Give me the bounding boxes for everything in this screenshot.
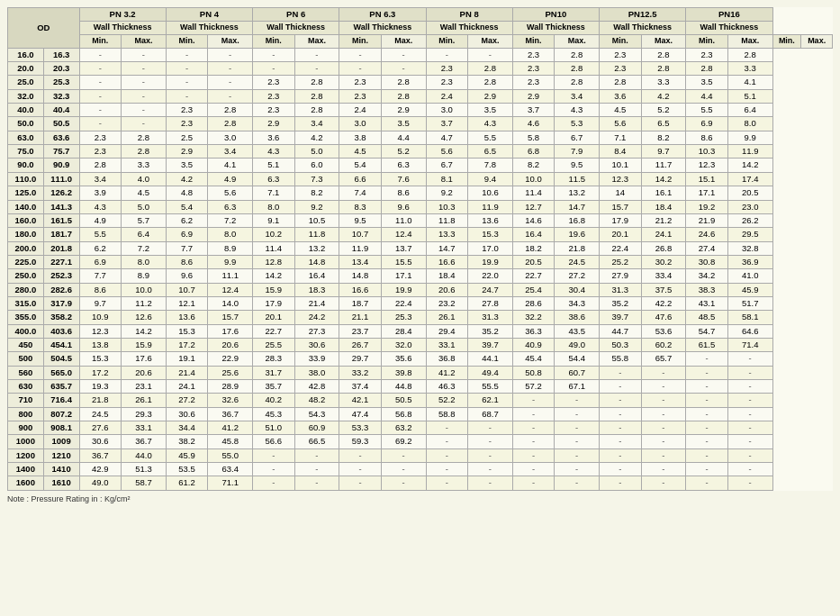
- cell-pn6-min: 35.7: [253, 379, 295, 393]
- cell-pn4-max: 28.9: [208, 379, 253, 393]
- cell-pn125-min: 12.3: [600, 172, 642, 186]
- cell-pn6-min: 40.2: [253, 394, 295, 407]
- cell-pn125-min: 3.6: [600, 89, 642, 103]
- cell-pn125-max: 21.2: [641, 213, 686, 227]
- od-max-val: 40.4: [43, 104, 79, 117]
- cell-pn10-min: 16.4: [512, 228, 555, 241]
- cell-pn10-min: -: [512, 435, 555, 448]
- cell-pn16-max: 6.4: [727, 104, 772, 117]
- cell-pn16-max: 20.5: [727, 186, 772, 200]
- od-max-val: 1210: [43, 448, 79, 462]
- cell-pn32-min: -: [79, 62, 122, 76]
- cell-pn8-max: 49.4: [468, 366, 513, 379]
- pn-group-header-1: PN 4: [166, 8, 252, 22]
- cell-pn32-max: 17.6: [122, 352, 167, 366]
- cell-pn32-max: 12.6: [122, 311, 167, 324]
- wall-thickness-table: ODPN 3.2PN 4PN 6PN 6.3PN 8PN10PN12.5PN16…: [7, 7, 833, 491]
- cell-pn6-max: 48.2: [294, 394, 339, 407]
- wt-label-4: Wall Thickness: [426, 22, 512, 35]
- pn-col-header-6-1: Max.: [727, 35, 772, 49]
- cell-pn8-max: 35.2: [468, 324, 513, 338]
- cell-pn8-min: 41.2: [426, 366, 468, 379]
- pn-group-header-7: PN16: [686, 8, 772, 22]
- od-min-val: 75.0: [8, 145, 44, 159]
- cell-pn10-min: -: [512, 407, 555, 421]
- cell-pn4-min: 53.5: [166, 463, 208, 476]
- pn-col-header-7-0: Min.: [772, 35, 801, 49]
- table-row: 40.040.4--2.32.82.32.82.42.93.03.53.74.3…: [8, 104, 833, 117]
- cell-pn8-max: 22.0: [468, 269, 513, 283]
- cell-pn125-max: -: [641, 394, 686, 407]
- pn-col-header-0-0: Min.: [166, 35, 208, 49]
- table-row: 32.032.3----2.32.82.32.82.42.92.93.43.64…: [8, 89, 833, 103]
- cell-pn6-max: 5.0: [294, 145, 339, 159]
- cell-pn125-max: 18.4: [641, 200, 686, 213]
- cell-pn32-max: -: [122, 76, 167, 89]
- cell-pn16-max: 11.9: [727, 145, 772, 159]
- cell-pn4-max: 11.1: [208, 269, 253, 283]
- cell-pn125-max: 2.8: [641, 48, 686, 61]
- cell-pn6-min: 12.8: [253, 255, 295, 268]
- cell-pn4-max: 41.2: [208, 421, 253, 435]
- cell-pn4-min: 9.6: [166, 269, 208, 283]
- cell-pn8-max: -: [468, 463, 513, 476]
- cell-pn16-min: 48.5: [686, 311, 728, 324]
- cell-pn125-max: 11.7: [641, 159, 686, 172]
- cell-pn10-max: 2.8: [555, 62, 600, 76]
- cell-pn8-max: 2.9: [468, 89, 513, 103]
- cell-pn10-max: -: [555, 448, 600, 462]
- cell-pn32-min: 36.7: [79, 448, 122, 462]
- wt-label-6: Wall Thickness: [600, 22, 686, 35]
- pn-group-header-3: PN 6.3: [339, 8, 426, 22]
- cell-pn8-max: 11.9: [468, 200, 513, 213]
- table-row: 200.0201.86.27.27.78.911.413.211.913.714…: [8, 241, 833, 255]
- cell-pn4-max: 17.6: [208, 324, 253, 338]
- cell-pn10-max: 43.5: [555, 324, 600, 338]
- cell-pn6-min: 4.3: [253, 145, 295, 159]
- cell-pn63-max: 32.0: [381, 338, 426, 351]
- cell-pn63-min: 18.7: [339, 296, 382, 310]
- cell-pn125-max: -: [641, 366, 686, 379]
- table-row: 160.0161.54.95.76.27.29.110.59.511.011.8…: [8, 213, 833, 227]
- pn-group-header-2: PN 6: [253, 8, 339, 22]
- cell-pn125-min: 25.2: [600, 255, 642, 268]
- cell-pn16-max: 64.6: [727, 324, 772, 338]
- cell-pn6-min: 14.2: [253, 269, 295, 283]
- cell-pn8-min: 36.8: [426, 352, 468, 366]
- od-max-val: 1610: [43, 476, 79, 490]
- cell-pn6-max: -: [294, 62, 339, 76]
- cell-pn63-min: 21.1: [339, 311, 382, 324]
- od-max-val: 90.9: [43, 159, 79, 172]
- cell-pn10-min: 57.2: [512, 379, 555, 393]
- cell-pn16-max: 51.7: [727, 296, 772, 310]
- cell-pn8-max: 2.8: [468, 76, 513, 89]
- cell-pn6-min: 45.3: [253, 407, 295, 421]
- cell-pn125-max: -: [641, 463, 686, 476]
- cell-pn6-min: 7.1: [253, 186, 295, 200]
- cell-pn63-min: 3.0: [339, 117, 382, 131]
- cell-pn10-max: 6.7: [555, 131, 600, 144]
- od-min-val: 1600: [8, 476, 44, 490]
- od-min-val: 63.0: [8, 131, 44, 144]
- od-max-val: 504.5: [43, 352, 79, 366]
- cell-pn4-min: -: [166, 89, 208, 103]
- od-max-header: Max.: [122, 35, 167, 49]
- cell-pn8-min: 6.7: [426, 159, 468, 172]
- cell-pn10-max: 14.7: [555, 200, 600, 213]
- cell-pn63-min: -: [339, 448, 382, 462]
- table-row: 90.090.92.83.33.54.15.16.05.46.36.77.88.…: [8, 159, 833, 172]
- cell-pn4-max: 6.3: [208, 200, 253, 213]
- cell-pn6-max: -: [294, 48, 339, 61]
- pn-col-header-1-0: Min.: [253, 35, 295, 49]
- cell-pn10-max: -: [555, 476, 600, 490]
- cell-pn63-max: 35.6: [381, 352, 426, 366]
- od-min-val: 32.0: [8, 89, 44, 103]
- cell-pn8-min: 2.4: [426, 89, 468, 103]
- cell-pn6-min: 9.1: [253, 213, 295, 227]
- pn-col-header-5-0: Min.: [600, 35, 642, 49]
- cell-pn125-min: -: [600, 394, 642, 407]
- cell-pn4-min: 6.9: [166, 228, 208, 241]
- cell-pn32-max: 8.9: [122, 269, 167, 283]
- od-min-val: 20.0: [8, 62, 44, 76]
- cell-pn16-min: -: [686, 366, 728, 379]
